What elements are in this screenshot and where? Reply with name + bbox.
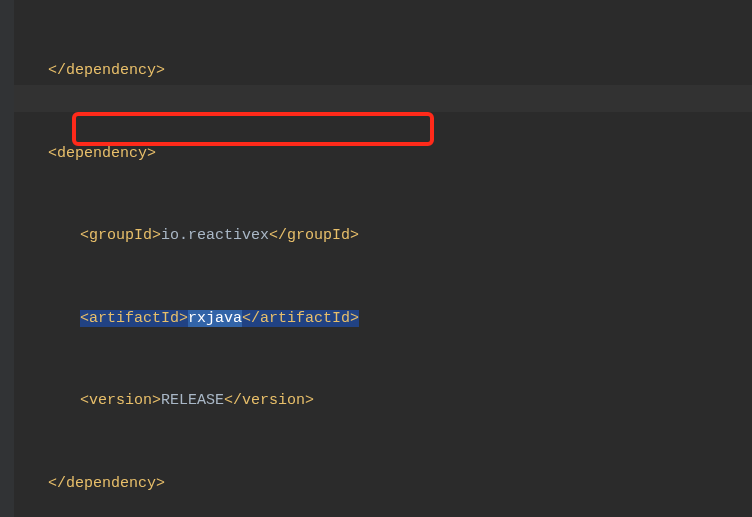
- code-line: <dependency>: [16, 140, 752, 168]
- code-editor[interactable]: </dependency> <dependency> <groupId>io.r…: [0, 0, 752, 517]
- code-line: </dependency>: [16, 57, 752, 85]
- code-line: <groupId>io.reactivex</groupId>: [16, 222, 752, 250]
- code-line: <version>RELEASE</version>: [16, 387, 752, 415]
- code-line: </dependency>: [16, 470, 752, 498]
- code-line: <artifactId>rxjava</artifactId>: [16, 305, 752, 333]
